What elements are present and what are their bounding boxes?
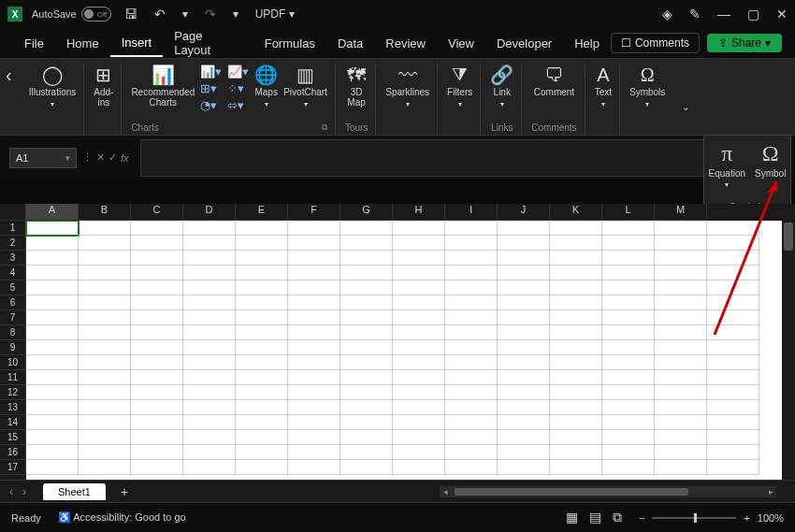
cell[interactable]: [445, 385, 498, 400]
cell[interactable]: [288, 415, 340, 430]
symbol-button[interactable]: ΩSymbol: [755, 141, 786, 189]
minimize-icon[interactable]: —: [717, 7, 730, 22]
cell[interactable]: [498, 460, 550, 475]
cell[interactable]: [498, 236, 550, 251]
maps-button[interactable]: 🌐Maps▾: [254, 65, 278, 109]
cell[interactable]: [707, 400, 759, 415]
cell[interactable]: [498, 370, 550, 385]
3d-map-button[interactable]: 🗺3D Map: [347, 65, 366, 108]
cell[interactable]: [26, 430, 79, 445]
cell[interactable]: [183, 370, 236, 385]
tab-help[interactable]: Help: [563, 31, 611, 56]
row-header[interactable]: 3: [0, 251, 26, 266]
cell[interactable]: [79, 266, 131, 280]
cell[interactable]: [79, 221, 131, 236]
diamond-icon[interactable]: ◈: [662, 7, 672, 22]
cell[interactable]: [707, 280, 759, 295]
link-button[interactable]: 🔗Link▾: [490, 65, 513, 109]
cell[interactable]: [236, 251, 288, 266]
cell[interactable]: [498, 251, 550, 266]
cell[interactable]: [236, 236, 288, 251]
cell[interactable]: [288, 236, 340, 251]
cell[interactable]: [498, 445, 550, 460]
close-icon[interactable]: ✕: [776, 7, 788, 22]
tab-developer[interactable]: Developer: [485, 31, 563, 56]
cell[interactable]: [236, 445, 288, 460]
row-header[interactable]: 2: [0, 236, 26, 251]
cell[interactable]: [707, 430, 759, 445]
cell[interactable]: [288, 340, 340, 355]
cell[interactable]: [79, 430, 131, 445]
row-header[interactable]: 4: [0, 266, 26, 280]
cell[interactable]: [550, 221, 602, 236]
cell[interactable]: [655, 445, 707, 460]
cell[interactable]: [498, 310, 550, 325]
cell[interactable]: [340, 340, 393, 355]
cell[interactable]: [79, 445, 131, 460]
cell[interactable]: [498, 295, 550, 310]
scroll-left-icon[interactable]: ◂: [440, 487, 451, 496]
charts-launcher-icon[interactable]: ⧉: [322, 122, 327, 133]
zoom-control[interactable]: − + 100%: [639, 512, 784, 524]
cell[interactable]: [602, 370, 655, 385]
redo-icon[interactable]: ↷: [201, 5, 220, 23]
cell[interactable]: [498, 355, 550, 370]
cell[interactable]: [445, 325, 498, 340]
cell[interactable]: [340, 310, 393, 325]
cell[interactable]: [340, 430, 393, 445]
cell[interactable]: [288, 251, 340, 266]
cell[interactable]: [393, 251, 445, 266]
cell[interactable]: [340, 355, 393, 370]
cell[interactable]: [26, 355, 79, 370]
zoom-slider[interactable]: [652, 517, 736, 519]
cell[interactable]: [288, 295, 340, 310]
cell[interactable]: [602, 385, 655, 400]
cell[interactable]: [288, 280, 340, 295]
recommended-charts-button[interactable]: 📊Recommended Charts: [131, 65, 195, 108]
addins-button[interactable]: ⊞Add- ins: [94, 65, 113, 108]
symbols-button[interactable]: ΩSymbols▾: [629, 65, 665, 109]
row-header[interactable]: 6: [0, 295, 26, 310]
tab-home[interactable]: Home: [55, 31, 110, 56]
cell[interactable]: [131, 400, 183, 415]
cell[interactable]: [131, 266, 183, 280]
page-break-view-icon[interactable]: ⧉: [613, 510, 622, 525]
cell[interactable]: [79, 340, 131, 355]
cell[interactable]: [655, 355, 707, 370]
add-sheet-button[interactable]: +: [121, 484, 128, 499]
save-icon[interactable]: 🖫: [121, 5, 141, 23]
zoom-out-icon[interactable]: −: [639, 512, 644, 524]
cell[interactable]: [236, 280, 288, 295]
cell[interactable]: [602, 251, 655, 266]
cell[interactable]: [707, 310, 759, 325]
cell[interactable]: [236, 460, 288, 475]
accessibility-status[interactable]: ♿ Accessibility: Good to go: [58, 511, 186, 524]
column-header[interactable]: A: [26, 204, 79, 221]
cell[interactable]: [26, 340, 79, 355]
row-header[interactable]: 1: [0, 221, 26, 236]
cell[interactable]: [655, 430, 707, 445]
cell[interactable]: [183, 280, 236, 295]
cell[interactable]: [26, 280, 79, 295]
row-header[interactable]: 7: [0, 310, 26, 325]
cell[interactable]: [445, 460, 498, 475]
cell[interactable]: [236, 385, 288, 400]
cell[interactable]: [340, 295, 393, 310]
cell[interactable]: [550, 430, 602, 445]
cell[interactable]: [236, 310, 288, 325]
cell[interactable]: [393, 415, 445, 430]
column-header[interactable]: D: [183, 204, 236, 221]
zoom-level[interactable]: 100%: [758, 512, 784, 524]
maximize-icon[interactable]: ▢: [747, 7, 759, 22]
cell[interactable]: [445, 295, 498, 310]
cell[interactable]: [288, 445, 340, 460]
cell[interactable]: [236, 266, 288, 280]
column-header[interactable]: M: [655, 204, 707, 221]
select-all-corner[interactable]: [0, 204, 26, 221]
autosave-toggle[interactable]: AutoSave Off: [32, 7, 111, 22]
sparklines-button[interactable]: 〰Sparklines▾: [385, 65, 429, 109]
column-header[interactable]: K: [550, 204, 602, 221]
cell[interactable]: [288, 400, 340, 415]
cell[interactable]: [79, 280, 131, 295]
cell[interactable]: [288, 221, 340, 236]
